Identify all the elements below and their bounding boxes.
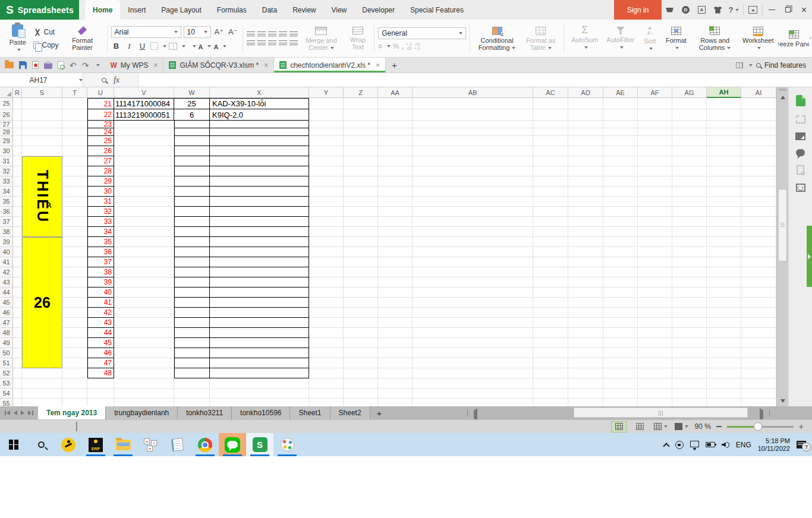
cell-ai45[interactable] [741,298,776,308]
sheet-tab-sheet1[interactable]: Sheet1 [290,406,330,419]
cell-t52[interactable] [62,368,87,378]
cell-ab46[interactable] [413,308,533,318]
cell-x30[interactable] [210,146,309,156]
increase-indent-icon[interactable] [289,31,298,37]
cell-ab54[interactable] [413,389,533,399]
battery-icon[interactable] [706,442,715,447]
cell-ai32[interactable] [741,166,776,176]
cell-z30[interactable] [344,146,378,156]
scroll-up-button[interactable] [777,93,788,102]
cell-ab49[interactable] [413,338,533,348]
cell-aa54[interactable] [378,389,413,399]
cell-ac49[interactable] [533,338,568,348]
column-header-w[interactable]: W [174,87,210,98]
search-icon[interactable] [102,78,106,83]
cell-ai25[interactable] [741,98,776,109]
find-features-area[interactable]: Find features [736,58,812,72]
insert-function-button[interactable]: fx [114,75,119,85]
cell-v30[interactable] [114,146,174,156]
zoom-out-button[interactable] [716,426,722,427]
cell-ac27[interactable] [533,121,568,128]
cell-w46[interactable] [174,308,210,318]
cell-x38[interactable] [210,227,309,237]
cell-ae34[interactable] [603,187,638,197]
cell-ai29[interactable] [741,136,776,146]
cell-r25[interactable] [13,98,22,109]
sheet-tab-tem-ngay-2013[interactable]: Tem ngay 2013 [38,406,106,419]
column-header-ac[interactable]: AC [533,87,568,98]
cell-ag32[interactable] [672,166,707,176]
cell-w50[interactable] [174,348,210,358]
row-header-35[interactable]: 35 [0,197,13,207]
cell-r34[interactable] [13,187,22,197]
cell-z37[interactable] [344,217,378,227]
cell-z42[interactable] [344,267,378,277]
cell-ag30[interactable] [672,146,707,156]
cell-ae36[interactable] [603,207,638,217]
cell-v32[interactable] [114,166,174,176]
cell-ab44[interactable] [413,288,533,298]
cell-ag49[interactable] [672,338,707,348]
cell-ac32[interactable] [533,166,568,176]
cell-w35[interactable] [174,197,210,207]
cell-af46[interactable] [638,308,672,318]
cell-ab29[interactable] [413,136,533,146]
cell-ab40[interactable] [413,247,533,257]
cell-ad28[interactable] [568,128,603,136]
cell-y45[interactable] [309,298,344,308]
italic-button[interactable]: I [124,42,135,51]
cell-ai54[interactable] [741,389,776,399]
cell-u51[interactable]: 47 [87,358,114,368]
cell-r55[interactable] [13,399,22,406]
cell-ai37[interactable] [741,217,776,227]
cell-ag45[interactable] [672,298,707,308]
cell-ac35[interactable] [533,197,568,207]
cell-ad35[interactable] [568,197,603,207]
cell-ac42[interactable] [533,267,568,277]
cell-ac52[interactable] [533,368,568,378]
cell-ah29[interactable] [707,136,741,146]
column-header-s[interactable]: S [22,87,62,98]
cell-ab32[interactable] [413,166,533,176]
column-header-u[interactable]: U [87,87,114,98]
cell-ab41[interactable] [413,257,533,267]
cell-ai33[interactable] [741,176,776,187]
cell-t51[interactable] [62,358,87,368]
cell-z25[interactable] [344,98,378,109]
save-icon[interactable] [19,61,27,69]
cell-ah38[interactable] [707,227,741,237]
cell-x42[interactable] [210,267,309,277]
cell-w48[interactable] [174,328,210,338]
help-button[interactable]: ? [726,0,742,20]
cell-w43[interactable] [174,277,210,288]
merge-cells-icon[interactable] [169,43,177,50]
cell-w42[interactable] [174,267,210,277]
cell-ai28[interactable] [741,128,776,136]
cell-y49[interactable] [309,338,344,348]
cell-af52[interactable] [638,368,672,378]
cell-ag28[interactable] [672,128,707,136]
cell-ad37[interactable] [568,217,603,227]
cell-af40[interactable] [638,247,672,257]
cell-af36[interactable] [638,207,672,217]
cell-aa36[interactable] [378,207,413,217]
cell-ac33[interactable] [533,176,568,187]
file-explorer-button[interactable] [109,433,137,456]
cell-ab47[interactable] [413,318,533,328]
cell-r35[interactable] [13,197,22,207]
cell-aa37[interactable] [378,217,413,227]
cell-s55[interactable] [22,399,62,406]
cell-r38[interactable] [13,227,22,237]
cell-ad33[interactable] [568,176,603,187]
cell-ag52[interactable] [672,368,707,378]
autofilter-button[interactable]: AutoFilter [603,26,638,51]
cell-r28[interactable] [13,128,22,136]
cell-ah40[interactable] [707,247,741,257]
cell-ai49[interactable] [741,338,776,348]
cell-x26[interactable]: K9IQ-2.0 [210,109,309,121]
row-header-33[interactable]: 33 [0,176,13,187]
column-header-ai[interactable]: AI [741,87,776,98]
cell-r50[interactable] [13,348,22,358]
menu-tab-special-features[interactable]: Special Features [402,0,471,20]
cell-ai39[interactable] [741,237,776,247]
